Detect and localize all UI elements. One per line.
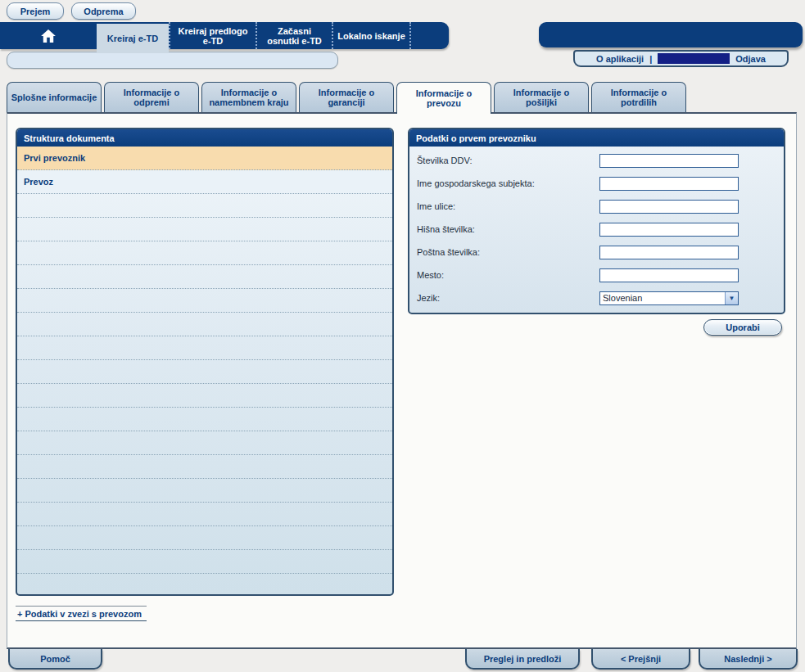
structure-row-empty [17, 313, 392, 336]
document-tabs: Splošne informacije Informacije o odprem… [7, 82, 686, 114]
tab-splosne-informacije[interactable]: Splošne informacije [7, 82, 102, 112]
structure-row-empty [17, 574, 392, 596]
logout-link[interactable]: Odjava [735, 54, 766, 64]
breadcrumb-bar [7, 52, 338, 69]
ime-ulice-input[interactable] [599, 200, 739, 214]
hisna-stevilka-input[interactable] [599, 223, 739, 237]
tab-informacije-o-odpremi[interactable]: Informacije o odpremi [104, 82, 199, 112]
stevilka-ddv-input[interactable] [599, 154, 739, 168]
home-button[interactable] [0, 22, 97, 49]
home-icon [41, 29, 56, 43]
field-label-hisna-stevilka: Hišna številka: [417, 224, 475, 234]
form-row: Mesto: [409, 264, 784, 286]
first-carrier-form-panel: Podatki o prvem prevozniku Številka DDV:… [408, 128, 785, 314]
jezik-select[interactable]: Slovenian ▼ [599, 291, 739, 305]
field-label-ime-gospodarskega-subjekta: Ime gospodarskega subjekta: [417, 178, 535, 188]
structure-row-empty [17, 431, 392, 455]
uporabi-button[interactable]: Uporabi [703, 319, 782, 336]
structure-row-empty [17, 408, 392, 431]
prejem-button[interactable]: Prejem [7, 2, 64, 20]
structure-row-prevoz[interactable]: Prevoz [17, 170, 392, 194]
form-row: Ime gospodarskega subjekta: [409, 172, 784, 195]
structure-row-empty [17, 265, 392, 289]
field-label-jezik: Jezik: [417, 293, 440, 303]
structure-row-empty [17, 336, 392, 360]
about-link[interactable]: O aplikaciji [596, 54, 644, 64]
main-nav-bar: Kreiraj e-TD Kreiraj predlogo e-TD Začas… [0, 22, 449, 49]
tab-informacije-o-garanciji[interactable]: Informacije o garanciji [299, 82, 394, 112]
structure-row-empty [17, 550, 392, 574]
add-transport-data-link[interactable]: + Podatki v zvezi s prevozom [16, 606, 147, 621]
field-label-ime-ulice: Ime ulice: [417, 201, 455, 211]
structure-row-empty [17, 194, 392, 218]
structure-row-empty [17, 526, 392, 550]
tab-informacije-o-posiljki[interactable]: Informacije o pošiljki [494, 82, 589, 112]
postna-stevilka-input[interactable] [599, 246, 739, 259]
structure-panel-title: Struktura dokumenta [17, 129, 392, 147]
structure-row-prvi-prevoznik[interactable]: Prvi prevoznik [17, 147, 392, 170]
nav-item-lokalno-iskanje[interactable]: Lokalno iskanje [332, 22, 409, 49]
structure-row-empty [17, 241, 392, 265]
structure-row-empty [17, 384, 392, 408]
field-label-postna-stevilka: Poštna številka: [417, 247, 480, 257]
field-label-stevilka-ddv: Številka DDV: [417, 156, 472, 165]
odprema-button[interactable]: Odprema [71, 2, 136, 20]
structure-row-empty [17, 455, 392, 479]
app-window: Prejem Odprema Kreiraj e-TD Kreiraj pred… [0, 0, 805, 672]
pomoc-button[interactable]: Pomoč [8, 649, 102, 670]
structure-row-empty [17, 479, 392, 503]
structure-panel: Struktura dokumenta Prvi prevoznik Prevo… [16, 128, 394, 596]
tab-informacije-o-potrdilih[interactable]: Informacije o potrdilih [591, 82, 686, 112]
nav-item-kreiraj-etd[interactable]: Kreiraj e-TD [97, 24, 169, 53]
prejsnji-button[interactable]: < Prejšnji [591, 649, 690, 670]
form-row: Jezik: Slovenian ▼ [409, 286, 784, 309]
user-banner-redacted [539, 22, 803, 47]
structure-row-empty [17, 360, 392, 384]
structure-row-empty [17, 503, 392, 526]
nav-item-kreiraj-predlogo-etd[interactable]: Kreiraj predlogo e-TD [169, 22, 256, 49]
tab-informacije-o-prevozu[interactable]: Informacije o prevozu [396, 82, 491, 114]
user-name-redacted [658, 53, 730, 64]
chevron-down-icon[interactable]: ▼ [725, 292, 738, 304]
form-row: Hišna številka: [409, 218, 784, 241]
form-body: Številka DDV: Ime gospodarskega subjekta… [409, 147, 784, 313]
mesto-input[interactable] [599, 268, 739, 282]
structure-row-empty [17, 289, 392, 313]
jezik-select-value: Slovenian [600, 293, 725, 303]
form-row: Poštna številka: [409, 241, 784, 264]
nav-item-zacasni-osnutki-etd[interactable]: Začasni osnutki e-TD [256, 22, 332, 49]
links-separator: | [649, 54, 652, 64]
structure-row-empty [17, 218, 392, 241]
ime-gospodarskega-subjekta-input[interactable] [599, 177, 739, 191]
naslednji-button[interactable]: Naslednji > [699, 649, 798, 670]
form-row: Ime ulice: [409, 195, 784, 218]
form-row: Številka DDV: [409, 149, 784, 172]
nav-bar-spacer [409, 22, 449, 49]
tab-informacije-o-namembnem-kraju[interactable]: Informacije o namembnem kraju [201, 82, 296, 112]
field-label-mesto: Mesto: [417, 270, 444, 280]
app-links-bar: O aplikaciji | Odjava [573, 50, 789, 67]
form-panel-title: Podatki o prvem prevozniku [409, 129, 784, 147]
preglej-in-predlozi-button[interactable]: Preglej in predloži [465, 649, 580, 670]
tab-content-area: Struktura dokumenta Prvi prevoznik Prevo… [7, 112, 797, 649]
